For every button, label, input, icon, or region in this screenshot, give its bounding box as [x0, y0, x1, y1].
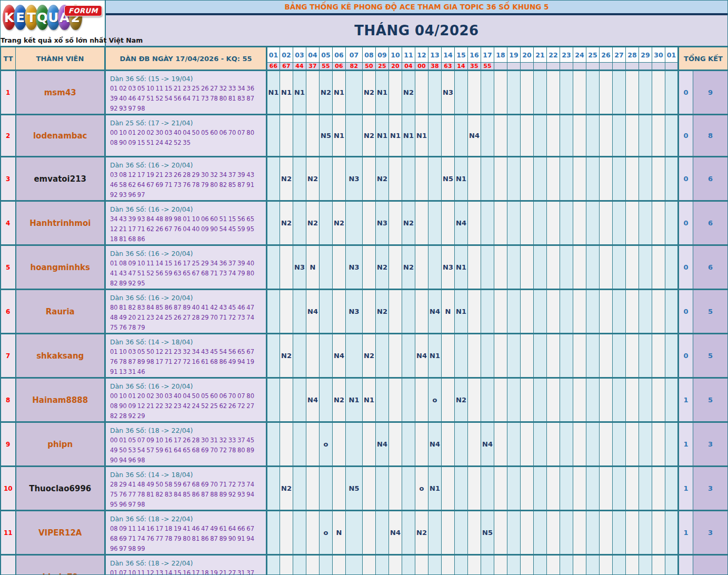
- day-mark-cell: [481, 115, 494, 157]
- day-mark-cell: [586, 378, 600, 422]
- day-mark-cell: [521, 511, 534, 555]
- day-mark-cell: [293, 334, 306, 378]
- day-mark-cell: N1: [428, 467, 442, 511]
- result-value-cell: [586, 63, 600, 71]
- day-mark-cell: [306, 71, 320, 115]
- day-mark-cell: [455, 422, 468, 467]
- day-mark-cell: N3: [346, 157, 363, 201]
- day-mark-cell: [320, 157, 333, 201]
- day-mark-cell: [652, 334, 665, 378]
- day-mark-cell: [402, 555, 415, 575]
- day-mark-cell: [665, 71, 679, 115]
- day-mark-cell: [652, 201, 665, 245]
- day-mark-cell: [534, 201, 547, 245]
- day-mark-cell: [468, 467, 481, 511]
- day-mark-cell: [494, 555, 507, 575]
- day-mark-cell: [428, 201, 442, 245]
- day-mark-cell: [613, 467, 626, 511]
- day-mark-cell: [333, 555, 346, 575]
- day-mark-cell: [573, 334, 586, 378]
- day-mark-cell: [639, 334, 652, 378]
- tk-total-cell: 4: [693, 555, 728, 575]
- day-mark-cell: [481, 290, 494, 334]
- day-mark-cell: N3: [376, 201, 389, 245]
- day-mark-cell: [547, 290, 560, 334]
- day-column-header: 23: [560, 47, 573, 63]
- member-row: 10Thuoclao6996Dàn 36 Số: (14 -> 18/04)28…: [1, 467, 728, 511]
- day-mark-cell: [560, 245, 573, 290]
- day-column-header: 09: [376, 47, 389, 63]
- result-value-cell: 06: [333, 63, 346, 71]
- day-mark-cell: [320, 290, 333, 334]
- day-mark-cell: [402, 157, 415, 201]
- day-mark-cell: [639, 467, 652, 511]
- day-mark-cell: [333, 157, 346, 201]
- day-mark-cell: [494, 422, 507, 467]
- member-name: himle79: [16, 555, 105, 575]
- day-mark-cell: [507, 378, 521, 422]
- day-mark-cell: [320, 555, 333, 575]
- day-mark-cell: [293, 378, 306, 422]
- tk-total-cell: 8: [693, 115, 728, 157]
- result-value-cell: 04: [402, 63, 415, 71]
- member-name: lodenambac: [16, 115, 105, 157]
- col-header-member: THÀNH VIÊN: [16, 47, 105, 71]
- day-mark-cell: [320, 245, 333, 290]
- day-mark-cell: [428, 511, 442, 555]
- day-column-header: 03: [293, 47, 306, 63]
- tk-total-cell: 3: [693, 422, 728, 467]
- day-mark-cell: [280, 245, 293, 290]
- day-mark-cell: [547, 467, 560, 511]
- day-mark-cell: [415, 245, 428, 290]
- day-mark-cell: [639, 555, 652, 575]
- day-mark-cell: [494, 201, 507, 245]
- day-mark-cell: [494, 115, 507, 157]
- day-mark-cell: [507, 511, 521, 555]
- tk-win-cell: 0: [679, 157, 693, 201]
- day-column-header: 14: [442, 47, 455, 63]
- dan-title: Dàn 36 Số: (16 -> 20/04): [110, 293, 263, 303]
- day-mark-cell: o: [481, 555, 494, 575]
- day-mark-cell: [468, 290, 481, 334]
- day-mark-cell: N2: [415, 511, 428, 555]
- day-mark-cell: [333, 290, 346, 334]
- day-mark-cell: [547, 555, 560, 575]
- day-mark-cell: N1: [280, 71, 293, 115]
- day-column-header: 28: [626, 47, 639, 63]
- result-value-cell: [521, 63, 534, 71]
- day-mark-cell: [560, 201, 573, 245]
- top-bar: KETQUA2 FORUM Trang kết quả xổ số lớn nh…: [1, 1, 727, 47]
- dan-title: Dàn 36 Số: (18 -> 22/04): [110, 558, 263, 568]
- day-mark-cell: [652, 157, 665, 201]
- day-mark-cell: [333, 245, 346, 290]
- day-mark-cell: [494, 290, 507, 334]
- day-mark-cell: [626, 378, 639, 422]
- day-mark-cell: [573, 378, 586, 422]
- day-mark-cell: [442, 378, 455, 422]
- day-mark-cell: [376, 378, 389, 422]
- day-mark-cell: [468, 378, 481, 422]
- dan-info: Dàn 36 Số: (16 -> 20/04)34 43 39 93 84 4…: [105, 201, 267, 245]
- day-mark-cell: [639, 115, 652, 157]
- day-mark-cell: [507, 422, 521, 467]
- day-mark-cell: [280, 511, 293, 555]
- day-mark-cell: [293, 157, 306, 201]
- tk-win-cell: 0: [679, 201, 693, 245]
- day-mark-cell: [573, 115, 586, 157]
- day-mark-cell: N3: [442, 71, 455, 115]
- member-row: 7shkaksangDàn 36 Số: (14 -> 18/04)01 10 …: [1, 334, 728, 378]
- day-mark-cell: [468, 422, 481, 467]
- day-column-header: 19: [507, 47, 521, 63]
- member-row: 8Hainam8888Dàn 36 Số: (16 -> 20/04)00 10…: [1, 378, 728, 422]
- day-mark-cell: [586, 245, 600, 290]
- member-row: 4HanhtrinhmoiDàn 36 Số: (16 -> 20/04)34 …: [1, 201, 728, 245]
- day-mark-cell: N5: [346, 467, 363, 511]
- day-mark-cell: [560, 511, 573, 555]
- day-mark-cell: [389, 290, 402, 334]
- day-mark-cell: [363, 422, 376, 467]
- day-mark-cell: [389, 378, 402, 422]
- day-mark-cell: [652, 115, 665, 157]
- day-mark-cell: N2: [333, 378, 346, 422]
- ketqua2-logo[interactable]: KETQUA2 FORUM Trang kết quả xổ số lớn nh…: [1, 1, 106, 46]
- day-mark-cell: N5: [320, 115, 333, 157]
